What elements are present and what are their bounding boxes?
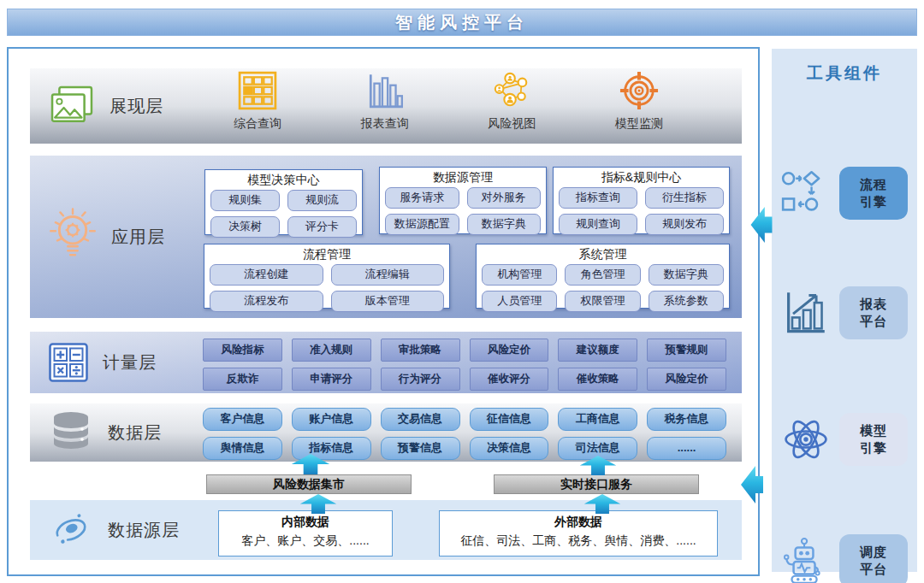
- app-item: 数据源配置: [385, 214, 459, 235]
- group-indicator-rule-center: 指标&规则中心 指标查询 衍生指标 规则查询 规则发布: [553, 167, 730, 234]
- target-icon: [619, 71, 659, 110]
- app-item: 规则集: [210, 190, 280, 211]
- group-items: 规则集 规则流 决策树 评分卡: [210, 190, 357, 238]
- data-layer-label: 数据层: [108, 421, 162, 445]
- app-item: 规则查询: [559, 214, 637, 235]
- tool-label-line: 调度: [860, 544, 887, 561]
- tool-label-line: 流程: [860, 176, 887, 193]
- app-item: 服务请求: [385, 187, 459, 209]
- group-title: 流程管理: [210, 246, 444, 262]
- measure-item: 审批策略: [381, 339, 460, 362]
- network-icon: [491, 71, 532, 110]
- app-item: 版本管理: [331, 291, 445, 312]
- flowchart-icon: [781, 168, 829, 218]
- group-title: 模型决策中心: [210, 172, 357, 188]
- tool-label-line: 模型: [860, 422, 887, 439]
- presentation-item: 综合查询: [205, 71, 310, 132]
- report-chart-icon: [781, 287, 827, 339]
- group-items: 服务请求 对外服务 数据源配置 数据字典: [385, 187, 541, 235]
- app-item: 人员管理: [482, 291, 557, 312]
- left-arrow-icon: [741, 463, 763, 506]
- app-item: 指标查询: [559, 187, 637, 209]
- measure-item: 催收策略: [558, 368, 637, 391]
- data-item: 征信信息: [470, 408, 549, 431]
- app-item: 流程创建: [210, 264, 323, 286]
- group-items: 指标查询 衍生指标 规则查询 规则发布: [559, 187, 724, 235]
- group-items: 机构管理 角色管理 数据字典 人员管理 权限管理 系统参数: [482, 264, 724, 312]
- tool-label-line: 引擎: [860, 193, 887, 210]
- measurement-layer-head: 计量层: [30, 332, 214, 393]
- app-item: 规则发布: [645, 214, 724, 235]
- measurement-items: 风险指标 准入规则 审批策略 风险定价 建议额度 预警规则 反欺诈 申请评分 行…: [203, 339, 726, 391]
- up-arrow-icon: [583, 494, 622, 514]
- bar-chart-icon: [365, 71, 405, 110]
- measure-item: 风险定价: [647, 368, 726, 391]
- grid-icon: [238, 71, 277, 110]
- galaxy-icon: [49, 508, 93, 552]
- measure-item: 准入规则: [292, 339, 371, 362]
- measurement-layer-label: 计量层: [103, 351, 157, 374]
- tool-label-line: 引擎: [860, 439, 887, 456]
- group-system-management: 系统管理 机构管理 角色管理 数据字典 人员管理 权限管理 系统参数: [476, 244, 730, 309]
- group-title: 系统管理: [482, 246, 724, 262]
- external-data-title: 外部数据: [440, 515, 717, 530]
- app-item: 评分卡: [287, 216, 357, 238]
- app-item: 规则流: [287, 190, 357, 211]
- presentation-items: 综合查询 报表查询 风险视图 模型监测: [205, 71, 691, 132]
- tool-box: 流程 引擎: [839, 167, 908, 220]
- robot-icon: [781, 537, 826, 583]
- app-item: 角色管理: [565, 264, 640, 286]
- internal-data-title: 内部数据: [219, 515, 392, 530]
- application-layer-label: 应用层: [111, 226, 165, 249]
- sidebar-title: 工具组件: [772, 49, 917, 85]
- risk-data-mart-bar: 风险数据集市: [206, 474, 412, 494]
- left-arrow-icon: [750, 204, 773, 245]
- group-process-management: 流程管理 流程创建 流程编辑 流程发布 版本管理: [204, 244, 450, 309]
- measure-item: 风险定价: [470, 339, 549, 362]
- external-data-box: 外部数据 征信、司法、工商、税务、舆情、消费、......: [439, 510, 718, 556]
- data-items: 客户信息 账户信息 交易信息 征信信息 工商信息 税务信息 舆情信息 指标信息 …: [203, 408, 726, 460]
- app-item: 决策树: [210, 216, 280, 238]
- photos-icon: [49, 85, 95, 127]
- external-data-desc: 征信、司法、工商、税务、舆情、消费、......: [440, 533, 717, 549]
- group-model-decision-center: 模型决策中心 规则集 规则流 决策树 评分卡: [204, 169, 363, 235]
- presentation-layer-head: 展现层: [30, 68, 214, 144]
- presentation-item-label: 风险视图: [488, 116, 536, 132]
- app-item: 权限管理: [565, 291, 640, 312]
- data-item: 决策信息: [470, 437, 549, 460]
- tool-box: 报表 平台: [839, 286, 908, 339]
- data-item: 客户信息: [203, 408, 282, 431]
- presentation-item: 报表查询: [333, 71, 437, 132]
- tool-label-line: 报表: [860, 296, 887, 313]
- calculator-icon: [49, 343, 88, 382]
- bulb-gear-icon: [49, 206, 97, 268]
- data-item: ......: [647, 437, 726, 460]
- risk-platform-diagram: 智能风控平台 展现层 综合查询 报表查询 风险视图 模型监测 应用层: [0, 0, 924, 583]
- measure-item: 催收评分: [470, 368, 549, 391]
- group-items: 流程创建 流程编辑 流程发布 版本管理: [210, 264, 444, 312]
- tool-label-line: 平台: [860, 561, 887, 578]
- tool-scheduler-platform: 调度 平台: [781, 534, 908, 583]
- tool-label-line: 平台: [860, 313, 887, 330]
- page-title: 智能风控平台: [7, 9, 917, 36]
- data-item: 税务信息: [647, 408, 726, 431]
- data-item: 舆情信息: [203, 437, 282, 460]
- tool-process-engine: 流程 引擎: [781, 167, 908, 220]
- app-item: 流程发布: [210, 291, 323, 312]
- group-title: 数据源管理: [385, 169, 541, 186]
- data-item: 交易信息: [381, 408, 460, 431]
- presentation-layer-label: 展现层: [110, 95, 163, 118]
- presentation-item: 风险视图: [459, 71, 564, 132]
- group-datasource-management: 数据源管理 服务请求 对外服务 数据源配置 数据字典: [379, 167, 547, 234]
- presentation-item-label: 综合查询: [234, 116, 281, 132]
- app-item: 对外服务: [467, 187, 542, 209]
- measure-item: 预警规则: [647, 339, 726, 362]
- presentation-item-label: 模型监测: [615, 116, 663, 132]
- tool-report-platform: 报表 平台: [781, 286, 908, 339]
- app-item: 系统参数: [649, 291, 724, 312]
- datasource-layer-label: 数据源层: [108, 519, 180, 542]
- realtime-api-bar: 实时接口服务: [494, 474, 699, 494]
- application-layer-head: 应用层: [30, 156, 214, 318]
- up-arrow-icon: [578, 456, 618, 475]
- app-item: 流程编辑: [331, 264, 445, 286]
